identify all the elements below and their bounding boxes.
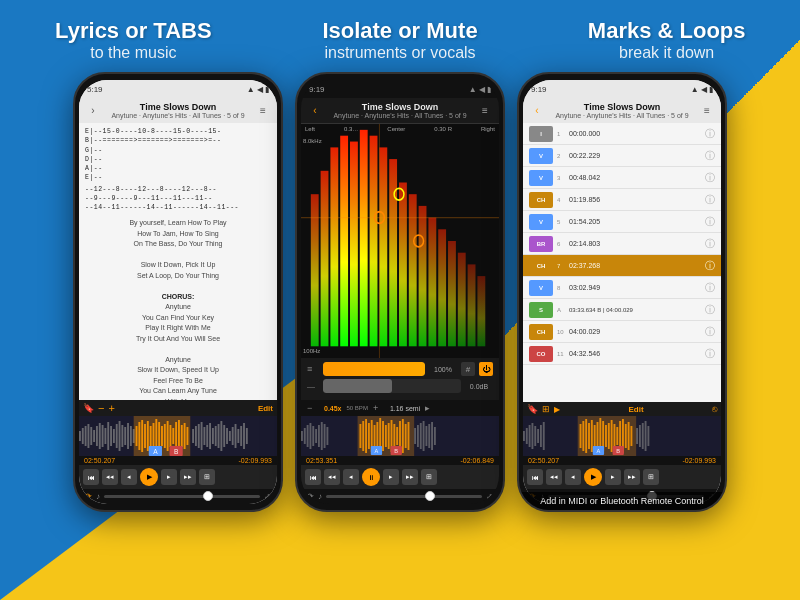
tab-line-2: B|--=======>=======>=======>=-- xyxy=(85,136,271,145)
mark-badge-v2: V xyxy=(529,170,553,186)
p3-nav-menu[interactable]: ≡ xyxy=(699,105,715,116)
p2-loop-icon[interactable]: ⟳ xyxy=(307,492,314,501)
p2-power-btn[interactable]: ⏻ xyxy=(479,362,493,376)
svg-rect-93 xyxy=(312,426,314,446)
mark-item-chorus2[interactable]: CH 7 02:37.268 ⓘ xyxy=(523,255,721,277)
p3-play[interactable]: ▶ xyxy=(584,468,602,486)
p3-time-left: 02:50.207 xyxy=(528,457,559,464)
p2-pause[interactable]: ⏸ xyxy=(362,468,380,486)
svg-rect-100 xyxy=(359,424,361,448)
p2-prev[interactable]: ◂◂ xyxy=(324,469,340,485)
p2-volume-slider-bar[interactable] xyxy=(326,495,482,498)
p1-play[interactable]: ▶ xyxy=(140,468,158,486)
p3-loop-icon[interactable]: ⊞ xyxy=(542,404,550,414)
mark-info-ch3[interactable]: ⓘ xyxy=(705,325,715,339)
p3-play-icon[interactable]: ▶ xyxy=(554,405,560,414)
mark-info-ch2[interactable]: ⓘ xyxy=(705,259,715,273)
p2-hash-btn[interactable]: # xyxy=(461,362,475,376)
p2-fwd[interactable]: ▸ xyxy=(383,469,399,485)
mark-info-coda[interactable]: ⓘ xyxy=(705,347,715,361)
p1-shuffle-icon[interactable]: ⤢ xyxy=(264,492,271,501)
p1-vol-icon[interactable]: ♪ xyxy=(96,492,100,501)
p2-vol-icon[interactable]: ♪ xyxy=(318,492,322,501)
mark-badge-intro: I xyxy=(529,126,553,142)
svg-rect-90 xyxy=(304,428,306,444)
p1-plus-icon[interactable]: + xyxy=(108,402,114,414)
mark-badge-v3: V xyxy=(529,214,553,230)
svg-rect-102 xyxy=(365,419,367,453)
p3-edit-label[interactable]: Edit xyxy=(628,405,643,414)
mark-info-v1[interactable]: ⓘ xyxy=(705,149,715,163)
mark-item-chorus3[interactable]: CH 10 04:00.029 ⓘ xyxy=(523,321,721,343)
p3-skip-start[interactable]: ⏮ xyxy=(527,469,543,485)
p2-time-right: -02:06.849 xyxy=(461,457,494,464)
p2-grid[interactable]: ⊞ xyxy=(421,469,437,485)
p3-share-icon[interactable]: ⎋ xyxy=(712,404,717,414)
p2-nav-back[interactable]: ‹ xyxy=(307,105,323,116)
p1-grid[interactable]: ⊞ xyxy=(199,469,215,485)
svg-rect-80 xyxy=(458,253,466,347)
p2-next[interactable]: ▸▸ xyxy=(402,469,418,485)
mark-item-verse2[interactable]: V 3 00:48.042 ⓘ xyxy=(523,167,721,189)
svg-rect-94 xyxy=(315,429,317,443)
p1-nav-back[interactable]: › xyxy=(85,105,101,116)
mark-item-verse4[interactable]: V 8 03:02.949 ⓘ xyxy=(523,277,721,299)
p3-nav-back[interactable]: ‹ xyxy=(529,105,545,116)
p1-next[interactable]: ▸▸ xyxy=(180,469,196,485)
mark-info-intro[interactable]: ⓘ xyxy=(705,127,715,141)
p2-minus-icon[interactable]: − xyxy=(307,403,319,413)
svg-rect-25 xyxy=(144,424,146,448)
p1-song-title: Time Slows Down xyxy=(111,102,244,112)
p1-edit-label[interactable]: Edit xyxy=(258,404,273,413)
mark-info-br[interactable]: ⓘ xyxy=(705,237,715,251)
phone3: 9:19 ▲ ◀ ▮ ‹ Time Slows Down Anytune · A… xyxy=(517,72,727,512)
mark-item-intro[interactable]: I 1 00:00.000 ⓘ xyxy=(523,123,721,145)
p1-prev[interactable]: ◂◂ xyxy=(102,469,118,485)
mark-item-solo[interactable]: S A 03:33.634 B | 04:00.029 ⓘ xyxy=(523,299,721,321)
p3-grid[interactable]: ⊞ xyxy=(643,469,659,485)
mark-info-solo[interactable]: ⓘ xyxy=(705,303,715,317)
p2-label-030r: 0.30 R xyxy=(434,126,452,132)
mark-info-ch1[interactable]: ⓘ xyxy=(705,193,715,207)
svg-rect-137 xyxy=(540,425,542,447)
mark-item-verse1[interactable]: V 2 00:22.229 ⓘ xyxy=(523,145,721,167)
p2-time-left: 02:53.351 xyxy=(306,457,337,464)
tab-line-3: G|-- xyxy=(85,146,271,155)
mark-info-v4[interactable]: ⓘ xyxy=(705,281,715,295)
p1-fwd[interactable]: ▸ xyxy=(161,469,177,485)
p1-back[interactable]: ◂ xyxy=(121,469,137,485)
mark-info-v2[interactable]: ⓘ xyxy=(705,171,715,185)
p2-skip-start[interactable]: ⏮ xyxy=(305,469,321,485)
p1-skip-start[interactable]: ⏮ xyxy=(83,469,99,485)
col3-subtitle: break it down xyxy=(543,44,790,62)
mark-item-bridge[interactable]: BR 6 02:14.803 ⓘ xyxy=(523,233,721,255)
svg-rect-150 xyxy=(608,423,610,449)
p3-fwd[interactable]: ▸ xyxy=(605,469,621,485)
p3-next[interactable]: ▸▸ xyxy=(624,469,640,485)
p3-bookmark-icon[interactable]: 🔖 xyxy=(527,404,538,414)
p2-shuffle-icon[interactable]: ⤢ xyxy=(486,492,493,501)
svg-rect-109 xyxy=(385,425,387,447)
p1-nav-menu[interactable]: ≡ xyxy=(255,105,271,116)
p2-list-icon[interactable]: ≡ xyxy=(307,364,319,374)
p2-label-right: Right xyxy=(481,126,495,132)
p1-minus-icon[interactable]: − xyxy=(98,402,104,414)
p1-volume-slider[interactable] xyxy=(104,495,260,498)
p1-loop-icon[interactable]: ⟳ xyxy=(85,492,92,501)
p3-prev[interactable]: ◂◂ xyxy=(546,469,562,485)
p1-bookmark-icon[interactable]: 🔖 xyxy=(83,403,94,413)
svg-rect-38 xyxy=(181,425,183,447)
svg-rect-153 xyxy=(616,427,618,445)
mark-info-v3[interactable]: ⓘ xyxy=(705,215,715,229)
p2-back[interactable]: ◂ xyxy=(343,469,359,485)
p2-volume-slider[interactable] xyxy=(323,362,425,376)
mark-item-coda[interactable]: CO 11 04:32.546 ⓘ xyxy=(523,343,721,365)
mark-item-verse3[interactable]: V 5 01:54.205 ⓘ xyxy=(523,211,721,233)
p2-nav-menu[interactable]: ≡ xyxy=(477,105,493,116)
p3-back[interactable]: ◂ xyxy=(565,469,581,485)
svg-rect-66 xyxy=(321,171,329,346)
mark-item-chorus1[interactable]: CH 4 01:19.856 ⓘ xyxy=(523,189,721,211)
p2-plus-icon[interactable]: + xyxy=(373,403,385,413)
svg-rect-45 xyxy=(203,427,205,445)
p2-db-slider[interactable] xyxy=(323,379,461,393)
